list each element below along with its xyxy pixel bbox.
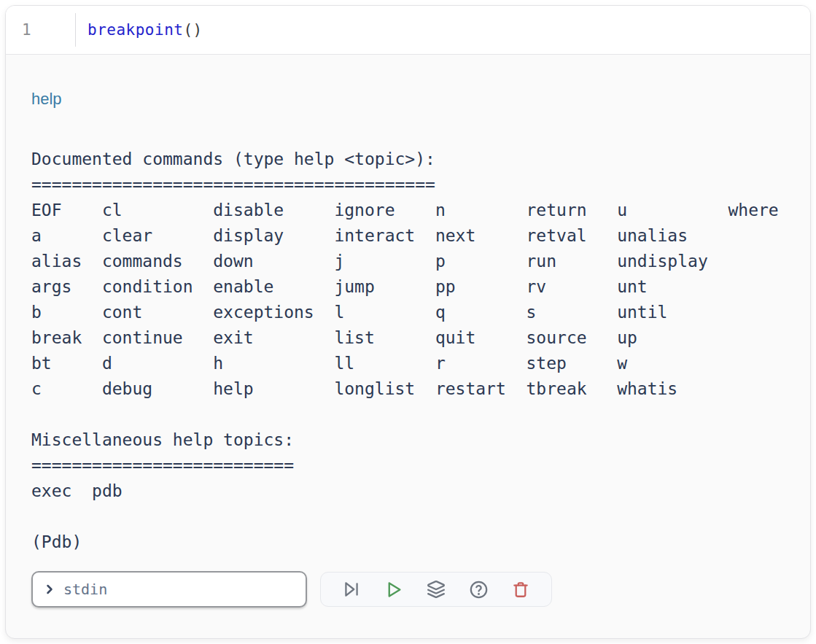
skip-to-next-button[interactable] xyxy=(340,578,363,601)
trash-icon xyxy=(511,580,530,599)
stdin-echo: help xyxy=(31,90,790,109)
python-cell-card: 1 breakpoint() help Documented commands … xyxy=(5,5,811,639)
console-controls xyxy=(31,571,790,608)
stack-button[interactable] xyxy=(424,578,448,601)
layers-icon xyxy=(427,580,446,599)
code-token-builtin: breakpoint xyxy=(88,21,183,39)
skip-forward-icon xyxy=(342,580,361,599)
help-circle-icon xyxy=(469,580,489,600)
help-button[interactable] xyxy=(467,578,490,601)
code-editor[interactable]: 1 breakpoint() xyxy=(6,6,810,55)
clear-console-button[interactable] xyxy=(509,578,532,601)
chevron-right-icon xyxy=(42,582,57,597)
line-number: 1 xyxy=(6,21,75,39)
stdin-input[interactable] xyxy=(63,581,296,598)
pdb-help-output: Documented commands (type help <topic>):… xyxy=(31,147,790,555)
code-token-punctuation: () xyxy=(183,21,202,39)
play-icon xyxy=(384,580,404,600)
stdin-input-box[interactable] xyxy=(31,571,307,608)
console-output-area: help Documented commands (type help <top… xyxy=(6,55,810,608)
run-button[interactable] xyxy=(382,578,405,601)
cell-toolbar xyxy=(320,572,552,607)
code-line[interactable]: breakpoint() xyxy=(76,21,203,39)
